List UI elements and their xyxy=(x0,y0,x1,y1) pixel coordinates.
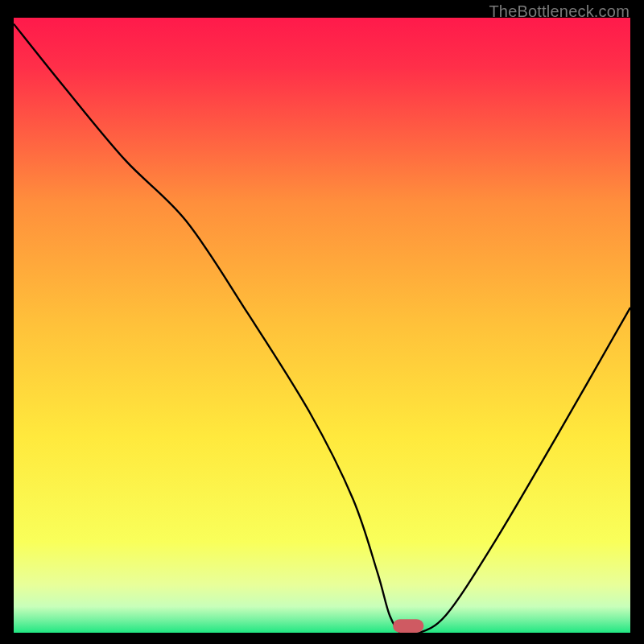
bottleneck-chart xyxy=(14,18,630,634)
chart-frame xyxy=(14,18,630,634)
optimal-marker xyxy=(393,619,423,633)
gradient-background xyxy=(14,18,630,634)
